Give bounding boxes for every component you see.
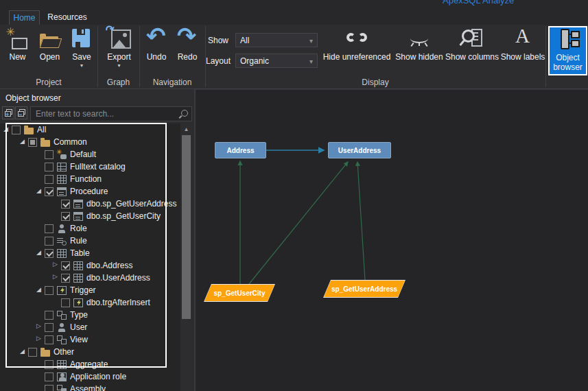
expand-arrow[interactable] <box>36 235 45 247</box>
tree-item-fulltext-catalog[interactable]: Fulltext catalog <box>0 161 180 173</box>
tree-item-view[interactable]: View <box>0 333 180 346</box>
export-button[interactable]: Export ▾ <box>101 27 137 76</box>
tree-item-procedure[interactable]: Procedure <box>0 185 180 198</box>
tree-item-dbo-sp-getusercity[interactable]: dbo.sp_GetUserCity <box>0 210 180 222</box>
expand-arrow[interactable] <box>36 185 45 198</box>
tab-home[interactable]: Home <box>9 10 40 25</box>
item-checkbox[interactable] <box>61 274 70 283</box>
tree-item-rule[interactable]: Rule <box>0 235 180 247</box>
collapse-all-button[interactable]: − <box>15 106 27 119</box>
item-checkbox[interactable] <box>45 237 54 246</box>
expand-arrow[interactable] <box>19 136 28 148</box>
open-button[interactable]: Open <box>34 27 65 76</box>
save-button[interactable]: Save ▾ <box>66 27 97 76</box>
tab-resources[interactable]: Resources <box>43 10 91 25</box>
item-checkbox[interactable] <box>45 372 54 381</box>
expand-arrow[interactable] <box>52 296 61 309</box>
expand-arrow[interactable] <box>52 210 61 222</box>
item-checkbox[interactable] <box>45 385 54 391</box>
expand-arrow[interactable] <box>36 370 45 383</box>
tree-item-application-role[interactable]: Application role <box>0 370 180 383</box>
tree-item-trigger[interactable]: Trigger <box>0 284 180 296</box>
item-checkbox[interactable] <box>28 348 37 357</box>
item-checkbox[interactable] <box>45 323 54 332</box>
export-dropdown-caret[interactable]: ▾ <box>117 63 120 69</box>
expand-arrow[interactable] <box>36 161 45 173</box>
tree-item-default[interactable]: Default <box>0 148 180 161</box>
item-checkbox[interactable] <box>45 187 54 196</box>
tree-item-all[interactable]: All <box>0 123 180 136</box>
tree-item-function[interactable]: Function <box>0 173 180 185</box>
tree-item-dbo-address[interactable]: dbo.Address <box>0 259 180 272</box>
tree-item-assembly[interactable]: Assembly <box>0 383 180 391</box>
save-dropdown-caret[interactable]: ▾ <box>80 63 83 69</box>
expand-arrow[interactable] <box>36 222 45 235</box>
show-labels-button[interactable]: Show labels <box>502 27 543 76</box>
diagram-node-sp-getusercity[interactable]: sp_GetUserCity <box>204 284 275 302</box>
item-checkbox[interactable] <box>45 175 54 184</box>
item-checkbox[interactable] <box>61 298 70 307</box>
expand-arrow[interactable] <box>36 173 45 185</box>
node-label: Address <box>226 147 254 154</box>
item-checkbox[interactable] <box>45 163 54 171</box>
undo-button[interactable]: Undo <box>141 27 172 76</box>
tree-item-role[interactable]: Role <box>0 222 180 235</box>
hide-unreferenced-button[interactable]: Hide unreferenced <box>318 27 395 76</box>
tree-item-dbo-useraddress[interactable]: dbo.UserAddress <box>0 272 180 284</box>
item-checkbox[interactable] <box>12 126 21 134</box>
tree-item-dbo-trgafterinsert[interactable]: dbo.trgAfterInsert <box>0 296 180 309</box>
show-columns-button[interactable]: Show columns <box>443 27 501 76</box>
expand-arrow[interactable] <box>36 321 45 333</box>
expand-arrow[interactable] <box>36 309 45 321</box>
expand-arrow[interactable] <box>36 383 45 391</box>
search-input[interactable] <box>31 107 181 121</box>
tree-item-type[interactable]: Type <box>0 309 180 321</box>
new-button[interactable]: New <box>1 27 34 76</box>
show-combo[interactable]: All <box>235 33 318 47</box>
expand-all-button[interactable]: + <box>2 106 14 119</box>
show-hidden-button[interactable]: Show hidden <box>397 27 442 76</box>
expand-arrow[interactable] <box>19 346 28 358</box>
item-checkbox[interactable] <box>61 212 70 221</box>
layout-combo[interactable]: Organic <box>235 54 318 68</box>
procedure-icon <box>73 200 83 209</box>
node-label: sp_GetUserAddress <box>331 285 397 293</box>
tree-item-aggregate[interactable]: Aggregate <box>0 358 180 370</box>
expand-arrow[interactable] <box>52 259 61 272</box>
item-checkbox[interactable] <box>61 261 70 270</box>
expand-arrow[interactable] <box>52 272 61 284</box>
hide-unreferenced-icon <box>344 27 369 51</box>
tree-item-user[interactable]: User <box>0 321 180 333</box>
expand-arrow[interactable] <box>3 123 12 136</box>
search-icon[interactable] <box>179 110 188 119</box>
scrollbar-thumb[interactable] <box>182 135 191 319</box>
tree-item-other[interactable]: Other <box>0 346 180 358</box>
item-checkbox[interactable] <box>45 360 54 369</box>
expand-arrow[interactable] <box>36 358 45 370</box>
object-browser-button[interactable]: Object browser <box>548 26 587 75</box>
diagram-node-useraddress[interactable]: UserAddress <box>328 142 391 158</box>
item-label: User <box>70 322 87 332</box>
tree-item-common[interactable]: Common <box>0 136 180 148</box>
trigger-icon <box>57 286 67 295</box>
tree-item-table[interactable]: Table <box>0 247 180 259</box>
expand-arrow[interactable] <box>36 247 45 259</box>
expand-arrow[interactable] <box>36 333 45 346</box>
tree-item-dbo-sp-getuseraddress[interactable]: dbo.sp_GetUserAddress <box>0 198 180 210</box>
diagram-node-address[interactable]: Address <box>215 142 266 158</box>
item-checkbox[interactable] <box>45 249 54 258</box>
item-checkbox[interactable] <box>45 286 54 295</box>
expand-arrow[interactable] <box>36 284 45 296</box>
item-checkbox[interactable] <box>45 150 54 159</box>
item-checkbox[interactable] <box>61 200 70 209</box>
diagram-node-sp-getuseraddress[interactable]: sp_GetUserAddress <box>323 280 405 298</box>
item-checkbox[interactable] <box>28 138 37 147</box>
item-checkbox[interactable] <box>45 224 54 233</box>
expand-arrow[interactable] <box>36 148 45 161</box>
expand-arrow[interactable] <box>52 198 61 210</box>
scrollbar-up-arrow[interactable] <box>180 123 192 134</box>
redo-button[interactable]: Redo <box>172 27 202 76</box>
tree-scrollbar[interactable] <box>180 123 192 391</box>
item-checkbox[interactable] <box>45 311 54 320</box>
item-checkbox[interactable] <box>45 335 54 344</box>
